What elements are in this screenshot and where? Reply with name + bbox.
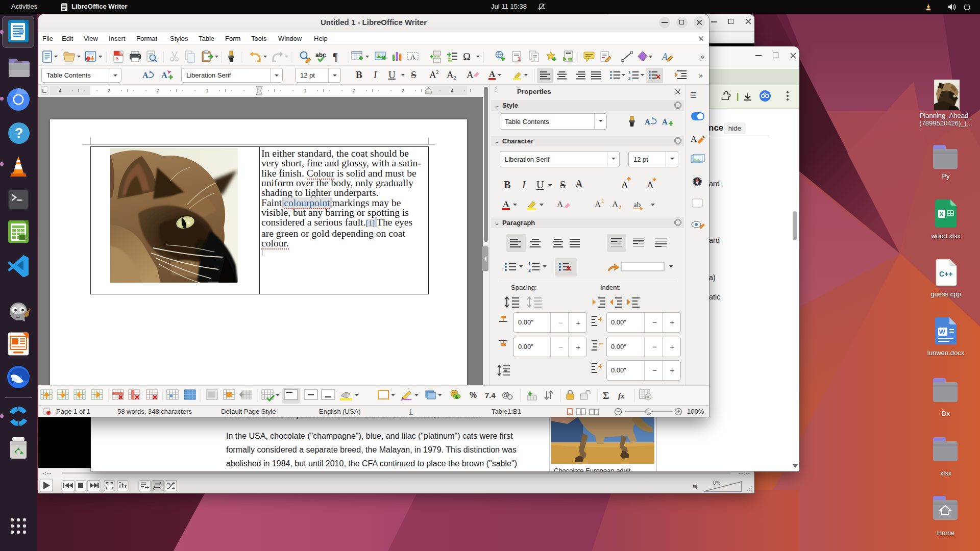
svg-text:Ω: Ω [463,51,471,62]
svg-text:W: W [939,328,946,336]
svg-text:U: U [536,179,544,190]
svg-text:fx: fx [618,392,625,400]
svg-text:ab: ab [633,201,641,209]
svg-text:I: I [373,69,378,80]
svg-text:1: 1 [206,88,208,93]
svg-text:A: A [410,53,415,60]
svg-text:1: 1 [628,70,631,74]
svg-text:A: A [503,199,509,209]
svg-text:4: 4 [451,88,453,93]
svg-text:2: 2 [619,205,621,210]
svg-text:4: 4 [59,88,61,93]
svg-text:A: A [645,118,650,126]
svg-text:abc: abc [315,52,326,59]
svg-text:A: A [447,69,454,80]
svg-text:A: A [142,71,149,80]
svg-text:X: X [939,210,944,218]
svg-text:2: 2 [453,74,456,81]
svg-text:A: A [557,199,564,209]
svg-text:2: 2 [157,88,159,93]
svg-text:S: S [560,179,566,190]
svg-text:I: I [522,179,526,190]
svg-text:A: A [647,180,654,190]
svg-text:A: A [662,118,668,126]
svg-text:A: A [161,71,167,80]
svg-text:%: % [470,391,477,399]
svg-text:1: 1 [528,261,531,266]
svg-text:»: » [699,71,703,80]
svg-text:¶: ¶ [333,51,338,63]
svg-text:A: A [115,56,119,61]
svg-text:A: A [467,69,474,80]
svg-text:A: A [575,178,583,189]
svg-text:1: 1 [518,56,521,62]
svg-text:2: 2 [436,69,439,75]
svg-text:i: i [533,57,535,62]
svg-text:3: 3 [108,88,110,93]
svg-text:7.4: 7.4 [485,391,496,399]
svg-text:1: 1 [304,88,306,93]
svg-text:B: B [356,69,362,80]
svg-text:A: A [429,69,436,80]
svg-text:@: @ [502,390,509,399]
svg-text:B: B [504,179,510,190]
svg-text:2: 2 [628,76,631,81]
svg-text:A: A [612,199,619,209]
svg-text:2: 2 [353,88,355,93]
svg-text:Σ: Σ [603,390,609,401]
svg-text:»: » [700,53,704,61]
svg-text:A: A [595,199,601,209]
svg-text:2: 2 [601,198,604,204]
svg-text:0%: 0% [713,480,721,486]
svg-text:$: $ [455,394,458,399]
svg-text:A: A [489,69,496,79]
svg-text:?: ? [15,126,23,141]
svg-text:C++: C++ [939,270,952,278]
svg-text:2: 2 [528,268,531,273]
svg-text:S: S [411,69,416,80]
svg-text:U: U [388,69,396,80]
svg-text:A: A [621,180,628,190]
svg-text:A: A [691,134,697,144]
svg-text:3: 3 [402,88,404,93]
